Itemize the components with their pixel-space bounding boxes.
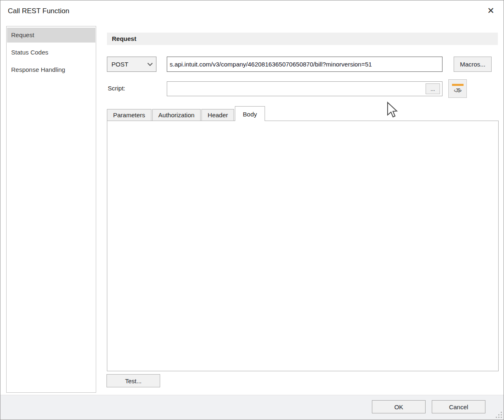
tab-body[interactable]: Body xyxy=(235,106,265,121)
script-browse-button[interactable]: ... xyxy=(426,83,440,94)
resize-grip[interactable] xyxy=(496,412,502,418)
request-section-header: Request xyxy=(107,33,498,45)
js-icon: ‹J$› xyxy=(454,87,461,93)
script-label: Script: xyxy=(108,85,125,92)
macros-button[interactable]: Macros... xyxy=(454,57,492,72)
http-method-value: POST xyxy=(111,61,148,68)
tab-parameters[interactable]: Parameters xyxy=(107,109,151,121)
script-editor-button[interactable]: ‹J$› xyxy=(448,79,467,98)
dialog-footer xyxy=(0,395,504,420)
http-method-select[interactable]: POST xyxy=(107,57,156,72)
cancel-button[interactable]: Cancel xyxy=(432,400,485,413)
call-rest-function-dialog: { "dialog": { "title": "Call REST Functi… xyxy=(0,0,504,420)
sidebar: RequestStatus CodesResponse Handling xyxy=(6,26,96,393)
sidebar-item-request[interactable]: Request xyxy=(7,28,95,43)
sidebar-item-response-handling[interactable]: Response Handling xyxy=(7,62,95,77)
test-button[interactable]: Test... xyxy=(106,374,160,387)
tab-authorization[interactable]: Authorization xyxy=(152,109,201,121)
request-tabs: ParametersAuthorizationHeaderBody xyxy=(107,106,266,121)
sidebar-item-status-codes[interactable]: Status Codes xyxy=(7,45,95,60)
script-input[interactable] xyxy=(167,81,442,96)
body-tab-panel xyxy=(107,121,499,371)
js-icon-bar xyxy=(452,84,464,86)
close-icon[interactable]: ✕ xyxy=(485,5,497,17)
chevron-down-icon xyxy=(147,61,153,66)
dialog-title: Call REST Function xyxy=(8,7,69,15)
tab-header[interactable]: Header xyxy=(201,109,234,121)
url-input[interactable]: s.api.intuit.com/v3/company/462081636507… xyxy=(167,57,442,72)
ok-button[interactable]: OK xyxy=(372,400,426,413)
mouse-cursor-icon xyxy=(387,102,398,119)
